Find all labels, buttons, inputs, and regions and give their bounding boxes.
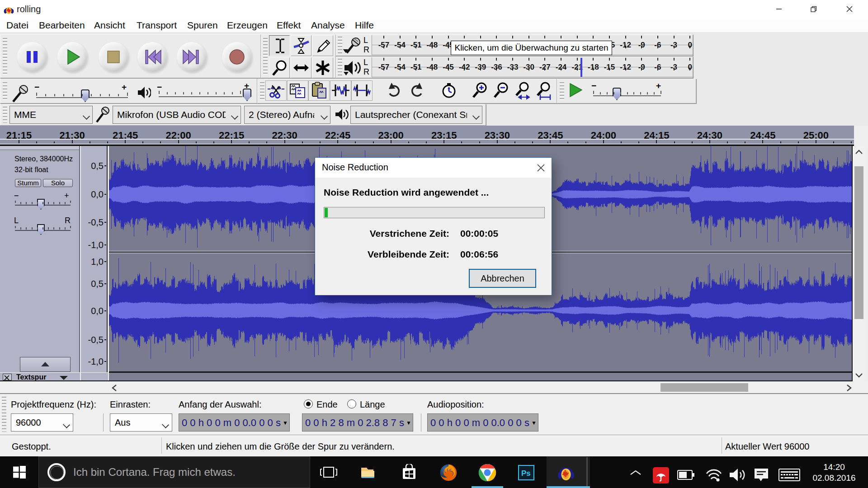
svg-text:Ps: Ps bbox=[521, 469, 531, 478]
